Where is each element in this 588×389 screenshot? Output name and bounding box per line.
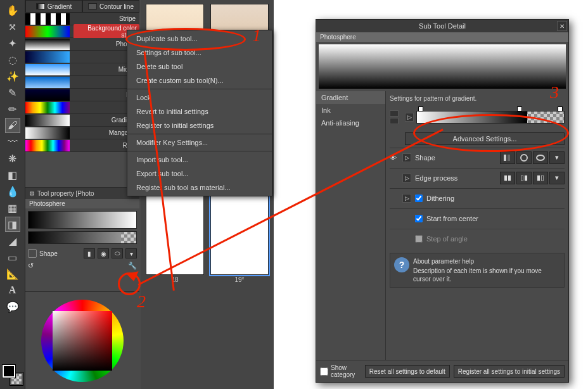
subtool-item[interactable]: Gradient [25, 114, 139, 127]
tab-contour[interactable]: Contour line [82, 0, 139, 13]
start-center-checkbox[interactable] [415, 215, 423, 222]
shape-dropdown-icon[interactable]: ▾ [125, 248, 137, 258]
thumb-label: 19* [234, 276, 244, 283]
blend-tool-icon[interactable]: 💧 [5, 184, 20, 199]
annotation-arrow-head [126, 271, 140, 282]
gradient-tool-icon[interactable]: ◨ [5, 217, 20, 232]
subtool-item[interactable]: Bl [25, 51, 139, 63]
subtool-item[interactable]: Background color stripe [25, 25, 139, 38]
menu-register-initial[interactable]: Register to initial settings [127, 118, 272, 132]
shape-ellipse-icon[interactable]: ⬭ [112, 248, 123, 258]
decoration-tool-icon[interactable]: ❋ [5, 151, 20, 166]
gradient-handle[interactable] [558, 106, 563, 112]
subtool-item[interactable]: Photos [25, 38, 139, 51]
close-icon[interactable]: ✕ [557, 21, 567, 31]
expand-icon[interactable]: ▷ [402, 194, 411, 203]
hand-tool-icon[interactable]: ✋ [5, 3, 20, 18]
tool-property-panel: ⚙Tool property [Photo Photosphere Shape … [25, 187, 139, 271]
operation-tool-icon[interactable]: ✦ [5, 35, 20, 51]
swatch-icon [25, 39, 70, 50]
dialog-description: Settings for pattern of gradient. [390, 95, 565, 102]
ruler-tool-icon[interactable]: 📐 [5, 266, 20, 281]
fg-bg-swatches[interactable] [3, 365, 23, 385]
menu-delete-subtool[interactable]: Delete sub tool [127, 60, 272, 73]
dialog-gradient-preview[interactable] [319, 44, 566, 89]
dialog-titlebar[interactable]: Sub Tool Detail ✕ [316, 20, 568, 32]
subtool-item[interactable]: S [25, 76, 139, 89]
fill-tool-icon[interactable]: ▦ [5, 200, 20, 215]
tool-property-title-label: Tool property [Photo [37, 190, 94, 197]
shape-linear-icon[interactable] [500, 151, 515, 164]
expand-icon[interactable]: ▷ [405, 113, 414, 122]
eraser-tool-icon[interactable]: ◧ [5, 167, 20, 182]
subtool-item[interactable]: Midda [25, 63, 139, 76]
wrench-icon[interactable]: 🔧 [128, 262, 137, 270]
edge-dropdown-icon[interactable]: ▾ [549, 172, 565, 184]
eye-icon[interactable]: 👁 [390, 154, 399, 162]
page-thumb[interactable]: 19* [209, 193, 270, 283]
register-initial-button[interactable]: Register all settings to initial setting… [454, 365, 565, 378]
show-category-checkbox[interactable] [320, 367, 328, 376]
menu-import-subtool[interactable]: Import sub tool... [127, 153, 272, 167]
brush-tool-icon[interactable]: 🖌 [5, 118, 20, 133]
edge-option-icon[interactable]: ▮▯ [533, 172, 548, 184]
pencil-tool-icon[interactable]: ✏ [5, 101, 20, 117]
expand-icon[interactable]: ▷ [402, 174, 411, 182]
subtool-item[interactable]: Ra [25, 101, 139, 114]
subtool-list: Stripe Background color stripe Photos Bl… [25, 13, 139, 152]
airbrush-tool-icon[interactable]: 〰 [5, 134, 20, 150]
edge-option-icon[interactable]: ▮▮ [500, 172, 515, 184]
subtool-item[interactable]: Rain [25, 139, 139, 152]
subtool-label: Stripe [74, 15, 139, 22]
menu-revert-initial[interactable]: Revert to initial settings [127, 105, 272, 118]
subtool-context-menu: Duplicate sub tool... Settings of sub to… [127, 30, 272, 196]
fg-color-swatch[interactable] [3, 365, 15, 378]
shape-circle-icon[interactable]: ◉ [98, 248, 109, 258]
subtool-item[interactable]: Manga gr [25, 127, 139, 139]
dialog-title-label: Sub Tool Detail [419, 22, 466, 30]
shape-dropdown-icon[interactable]: ▾ [549, 151, 565, 164]
category-gradient[interactable]: Gradient [316, 91, 385, 104]
balloon-tool-icon[interactable]: 💬 [5, 299, 20, 314]
help-body: Description of each item is shown if you… [413, 267, 560, 283]
gradient-handle[interactable] [517, 106, 522, 112]
menu-create-custom-subtool[interactable]: Create custom sub tool(N)... [127, 73, 272, 87]
gradient-handle[interactable] [418, 106, 423, 112]
swatch-icon [25, 26, 70, 37]
menu-export-subtool[interactable]: Export sub tool... [127, 167, 272, 181]
color-wheel-panel [25, 291, 139, 389]
wand-tool-icon[interactable]: ✨ [5, 68, 20, 84]
gradient-bar[interactable] [28, 231, 137, 244]
advanced-settings-button[interactable]: Advanced Settings... [405, 132, 565, 145]
edge-option-icon[interactable]: ▯▮ [516, 172, 532, 184]
page-thumb[interactable]: 18 [144, 193, 205, 283]
disclosure-icon[interactable] [28, 249, 37, 258]
step-angle-checkbox[interactable] [415, 235, 423, 243]
dithering-checkbox[interactable] [415, 194, 423, 202]
expand-icon[interactable]: ▷ [402, 153, 411, 162]
reset-icon[interactable]: ↺ [28, 262, 34, 270]
frame-tool-icon[interactable]: ▭ [5, 250, 20, 265]
menu-lock[interactable]: Lock [127, 91, 272, 105]
pen-tool-icon[interactable]: ✎ [5, 85, 20, 100]
color-wheel[interactable] [41, 300, 124, 382]
text-tool-icon[interactable]: A [5, 283, 20, 298]
shape-linear-icon[interactable]: ▮ [84, 248, 95, 258]
menu-settings-subtool[interactable]: Settings of sub tool... [127, 46, 272, 60]
menu-register-material[interactable]: Register sub tool as material... [127, 181, 272, 194]
shape-circle-icon[interactable] [516, 151, 532, 164]
menu-duplicate-subtool[interactable]: Duplicate sub tool... [127, 32, 272, 46]
figure-tool-icon[interactable]: ◢ [5, 233, 20, 248]
category-ink[interactable]: Ink [316, 104, 385, 117]
shape-ellipse-icon[interactable] [533, 151, 548, 164]
tab-gradient[interactable]: Gradient [25, 0, 82, 13]
marquee-tool-icon[interactable]: ◌ [5, 52, 20, 67]
gradient-preview[interactable] [28, 211, 137, 229]
move-tool-icon[interactable]: ⤧ [5, 19, 20, 34]
category-antialiasing[interactable]: Anti-aliasing [316, 117, 385, 129]
subtool-item[interactable]: Nig [25, 89, 139, 101]
menu-modifier-key[interactable]: Modifier Key Settings... [127, 136, 272, 150]
reset-defaults-button[interactable]: Reset all settings to default [365, 365, 450, 378]
gradient-editor-bar[interactable] [416, 111, 565, 124]
edge-process-label: Edge process [415, 174, 496, 182]
